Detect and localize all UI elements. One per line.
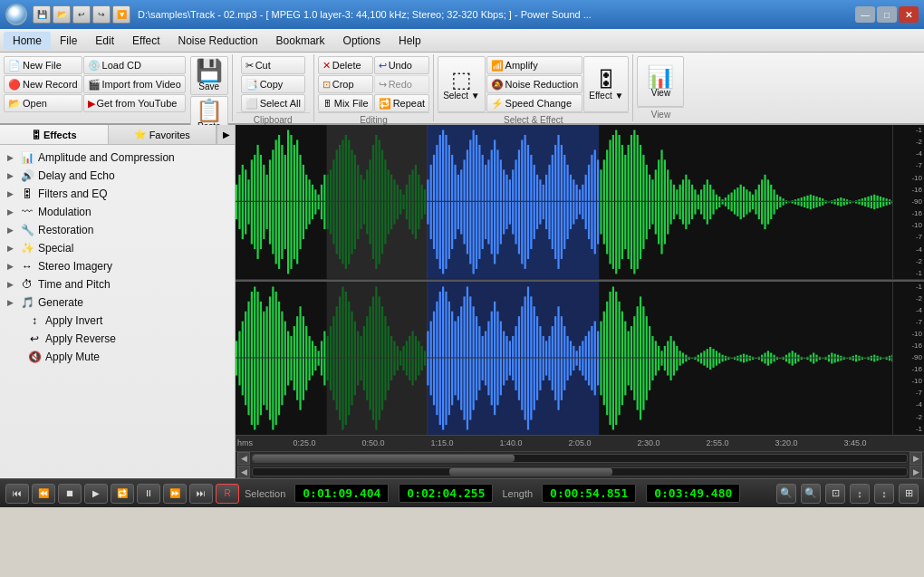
menu-effect[interactable]: Effect [123, 32, 168, 50]
play-button[interactable]: ▶ [84, 484, 108, 504]
effects-tree: ▶ 📊 Amplitude and Compression ▶ 🔊 Delay … [0, 145, 235, 478]
filters-icon: 🎛 [20, 187, 34, 201]
menu-options[interactable]: Options [334, 32, 390, 50]
tb-menu[interactable]: 🔽 [112, 5, 130, 24]
zoom-fit-button[interactable]: ⊡ [825, 484, 845, 504]
view-button[interactable]: 📊 View [637, 56, 684, 107]
stereo-icon: ↔ [20, 259, 34, 274]
open-button[interactable]: 📂 Open [4, 94, 82, 112]
tree-generate[interactable]: ▶ 🎵 Generate [0, 293, 235, 312]
waveform-track-top[interactable]: -1 -2 -4 -7 -10 -16 -90 -16 -10 -7 -4 -2… [236, 125, 924, 280]
stop-button[interactable]: ⏹ [58, 484, 82, 504]
repeat-button[interactable]: 🔁 Repeat [374, 94, 429, 112]
close-button[interactable]: ✕ [899, 6, 919, 23]
v-scrollbar-thumb[interactable] [449, 468, 613, 476]
copy-button[interactable]: 📑 Copy [241, 75, 305, 93]
get-from-youtube-button[interactable]: ▶ Get from YouTube [83, 94, 186, 112]
expand-arrow-delay: ▶ [7, 171, 16, 180]
tree-stereo[interactable]: ▶ ↔ Stereo Imagery [0, 257, 235, 275]
zoom-out-v-button[interactable]: ↕ [874, 484, 894, 504]
tree-apply-reverse[interactable]: ↩ Apply Reverse [0, 330, 235, 348]
favorites-icon: ⭐ [134, 129, 147, 140]
expand-arrow-generate: ▶ [7, 298, 16, 307]
tree-delay[interactable]: ▶ 🔊 Delay and Echo [0, 167, 235, 185]
rewind-button[interactable]: ⏪ [32, 484, 55, 504]
mix-file-button[interactable]: 🎚 Mix File [318, 94, 373, 112]
select-icon: ⬚ [451, 69, 472, 91]
expand-arrow-special: ▶ [7, 244, 16, 253]
tree-filters[interactable]: ▶ 🎛 Filters and EQ [0, 185, 235, 203]
loop-button[interactable]: 🔁 [111, 484, 134, 504]
new-file-button[interactable]: 📄 New File [4, 56, 82, 74]
db-scale-bottom: -1 -2 -4 -7 -10 -16 -90 -16 -10 -7 -4 -2… [892, 282, 924, 435]
scroll-left2[interactable]: ◀ [237, 466, 250, 478]
v-scrollbar-track[interactable] [252, 467, 908, 476]
tab-effects[interactable]: 🎛 Effects [0, 125, 109, 144]
waveform-track-bottom[interactable]: -1 -2 -4 -7 -10 -16 -90 -16 -10 -7 -4 -2… [236, 282, 924, 435]
new-record-button[interactable]: 🔴 New Record [4, 75, 82, 93]
load-cd-button[interactable]: 💿 Load CD [83, 56, 186, 74]
pause-button[interactable]: ⏸ [137, 484, 160, 504]
scroll-right[interactable]: ▶ [910, 452, 922, 465]
skip-start-button[interactable]: ⏮ [5, 484, 29, 504]
tb-open[interactable]: 📂 [53, 5, 71, 24]
redo-button[interactable]: ↪ Redo [374, 75, 429, 93]
select-all-button[interactable]: ⬜ Select All [241, 94, 305, 112]
mute-icon: 🔇 [27, 350, 42, 364]
noise-reduction-button[interactable]: 🔕 Noise Reduction [486, 75, 583, 93]
skip-end-button[interactable]: ⏭ [189, 484, 213, 504]
delete-button[interactable]: ✕ Delete [318, 56, 373, 74]
tab-favorites[interactable]: ⭐ Favorites [109, 125, 217, 144]
tree-time[interactable]: ▶ ⏱ Time and Pitch [0, 275, 235, 293]
scroll-left[interactable]: ◀ [237, 452, 250, 465]
tree-special[interactable]: ▶ ✨ Special [0, 239, 235, 257]
tb-undo[interactable]: ↩ [72, 5, 91, 24]
tree-restoration[interactable]: ▶ 🔧 Restoration [0, 221, 235, 239]
menu-bookmark[interactable]: Bookmark [267, 32, 334, 50]
maximize-button[interactable]: □ [877, 6, 897, 23]
fast-forward-button[interactable]: ⏩ [163, 484, 187, 504]
special-icon: ✨ [20, 241, 34, 255]
tb-save[interactable]: 💾 [33, 5, 51, 24]
zoom-out-h-button[interactable]: 🔍 [801, 484, 821, 504]
scroll-right2[interactable]: ▶ [910, 466, 922, 478]
zoom-in-h-button[interactable]: 🔍 [776, 484, 796, 504]
import-from-video-button[interactable]: 🎬 Import from Video [83, 75, 186, 93]
modulation-icon: 〰 [20, 205, 34, 219]
time-label-140: 1:40.0 [499, 438, 522, 447]
v-scrollbar-area: ◀ ▶ [236, 465, 924, 478]
minimize-button[interactable]: — [855, 6, 875, 23]
h-scrollbar-area: ◀ ▶ [236, 451, 924, 465]
record-button[interactable]: R [216, 484, 239, 504]
select-all-icon: ⬜ [245, 98, 258, 110]
tree-apply-invert[interactable]: ↕ Apply Invert [0, 312, 235, 330]
h-scrollbar-track[interactable] [252, 454, 908, 463]
cut-icon: ✂ [245, 60, 254, 72]
zoom-selection-button[interactable]: ⊞ [899, 484, 919, 504]
crop-button[interactable]: ⊡ Crop [318, 75, 373, 93]
tree-apply-mute[interactable]: 🔇 Apply Mute [0, 348, 235, 366]
amplify-button[interactable]: 📶 Amplify [486, 56, 583, 74]
speed-change-button[interactable]: ⚡ Speed Change [486, 94, 583, 112]
tree-modulation[interactable]: ▶ 〰 Modulation [0, 203, 235, 221]
cut-button[interactable]: ✂ Cut [241, 56, 305, 74]
undo-button[interactable]: ↩ Undo [374, 56, 429, 74]
menu-file[interactable]: File [51, 32, 86, 50]
selection-label: Selection [242, 488, 288, 499]
menu-noise-reduction[interactable]: Noise Reduction [169, 32, 267, 50]
menu-home[interactable]: Home [4, 32, 51, 50]
expand-arrow-restoration: ▶ [7, 226, 16, 235]
tree-amplitude[interactable]: ▶ 📊 Amplitude and Compression [0, 149, 235, 167]
sidebar-toggle[interactable]: ▶ [217, 125, 235, 144]
db-scale-top: -1 -2 -4 -7 -10 -16 -90 -16 -10 -7 -4 -2… [892, 125, 924, 279]
effect-button[interactable]: 🎛 Effect ▼ [583, 56, 629, 112]
tb-redo[interactable]: ↪ [92, 5, 111, 24]
menu-edit[interactable]: Edit [86, 32, 123, 50]
video-icon: 🎬 [88, 79, 101, 91]
transport-bar: ⏮ ⏪ ⏹ ▶ 🔁 ⏸ ⏩ ⏭ R Selection 0:01:09.404 … [0, 478, 924, 507]
menu-help[interactable]: Help [390, 32, 430, 50]
save-button[interactable]: 💾 Save [190, 56, 228, 95]
h-scrollbar-thumb[interactable] [253, 455, 515, 462]
zoom-in-v-button[interactable]: ↕ [850, 484, 870, 504]
select-button[interactable]: ⬚ Select ▼ [438, 56, 485, 112]
